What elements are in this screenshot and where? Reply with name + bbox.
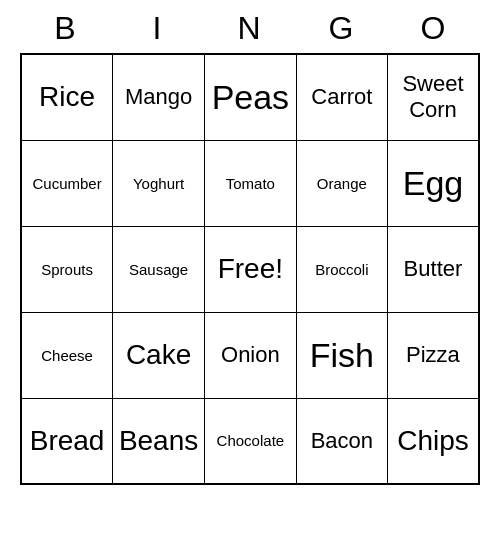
bingo-cell: Carrot [296, 54, 387, 140]
header-letter: B [24, 10, 108, 47]
bingo-cell: Bread [21, 398, 113, 484]
bingo-cell: Bacon [296, 398, 387, 484]
bingo-cell: Onion [205, 312, 297, 398]
header-letter: O [392, 10, 476, 47]
bingo-cell: Sausage [113, 226, 205, 312]
bingo-header: BINGO [20, 0, 480, 53]
bingo-cell: Fish [296, 312, 387, 398]
table-row: CucumberYoghurtTomatoOrangeEgg [21, 140, 479, 226]
header-letter: G [300, 10, 384, 47]
bingo-cell: Chocolate [205, 398, 297, 484]
bingo-cell: Rice [21, 54, 113, 140]
bingo-cell: Egg [387, 140, 479, 226]
header-letter: N [208, 10, 292, 47]
bingo-cell: Sweet Corn [387, 54, 479, 140]
bingo-cell: Cake [113, 312, 205, 398]
table-row: CheeseCakeOnionFishPizza [21, 312, 479, 398]
bingo-cell: Broccoli [296, 226, 387, 312]
bingo-cell: Beans [113, 398, 205, 484]
bingo-cell: Peas [205, 54, 297, 140]
bingo-cell: Butter [387, 226, 479, 312]
bingo-cell: Free! [205, 226, 297, 312]
bingo-cell: Chips [387, 398, 479, 484]
bingo-cell: Sprouts [21, 226, 113, 312]
bingo-cell: Pizza [387, 312, 479, 398]
table-row: BreadBeansChocolateBaconChips [21, 398, 479, 484]
bingo-cell: Cucumber [21, 140, 113, 226]
table-row: SproutsSausageFree!BroccoliButter [21, 226, 479, 312]
bingo-cell: Orange [296, 140, 387, 226]
header-letter: I [116, 10, 200, 47]
bingo-cell: Tomato [205, 140, 297, 226]
bingo-grid: RiceMangoPeasCarrotSweet CornCucumberYog… [20, 53, 480, 485]
bingo-cell: Mango [113, 54, 205, 140]
table-row: RiceMangoPeasCarrotSweet Corn [21, 54, 479, 140]
bingo-cell: Cheese [21, 312, 113, 398]
bingo-cell: Yoghurt [113, 140, 205, 226]
